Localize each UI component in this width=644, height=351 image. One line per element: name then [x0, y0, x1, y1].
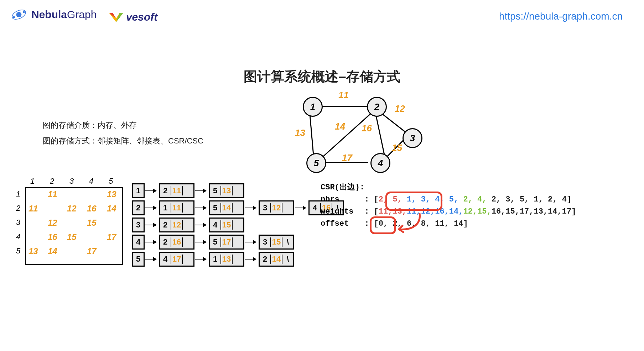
adj-list-vertex: 2 [132, 200, 145, 215]
adj-list-cell: 517 [209, 235, 244, 250]
adj-list-cell: 514 [209, 200, 244, 215]
arrow-icon [245, 242, 256, 242]
adj-list-neighbor: 2 [160, 186, 171, 195]
adj-list-weight: 11 [171, 203, 183, 213]
adj-list-weight: 12 [271, 203, 282, 213]
adj-list-weight: 11 [171, 186, 183, 195]
adj-list-neighbor: 2 [160, 237, 171, 247]
graph-node: 2 [367, 97, 387, 117]
adj-list-neighbor: 1 [160, 203, 171, 213]
adj-list-neighbor: 4 [160, 255, 171, 264]
adj-list-vertex: 3 [132, 218, 145, 232]
adj-list-weight: 15 [221, 220, 233, 230]
adj-list-neighbor: 3 [260, 237, 271, 247]
arrow-icon [245, 259, 256, 260]
adj-list-cell: 214\ [259, 252, 294, 267]
bullet-line: 图的存储介质：内存、外存 [43, 117, 203, 133]
arrow-icon [145, 190, 156, 191]
adj-list-neighbor: 4 [310, 203, 321, 213]
adj-list-neighbor: 4 [210, 220, 221, 230]
arrow-icon [145, 259, 156, 260]
adj-list-neighbor: 2 [160, 220, 171, 230]
matrix-cell: 15 [87, 218, 97, 228]
adj-list-weight: 17 [221, 237, 233, 247]
bullet-line: 图的存储方式：邻接矩阵、邻接表、CSR/CSC [43, 133, 203, 149]
adj-list-row: 4216517315\ [132, 235, 344, 249]
edge-weight: 15 [392, 142, 402, 153]
adj-list-cell: 111 [159, 200, 194, 215]
edge-weight: 13 [295, 127, 305, 138]
adj-list-weight: 14 [271, 255, 282, 264]
matrix-col-header: 2 [50, 177, 54, 186]
adj-list-neighbor: 5 [210, 203, 221, 213]
arrow-icon [145, 242, 156, 242]
matrix-cell: 16 [87, 204, 97, 214]
csr-weights-line: weights : [11,13,11,12,16,14,12,15,16,15… [321, 206, 576, 218]
graph-node: 4 [370, 153, 390, 173]
nebula-logo: NebulaGraph [11, 6, 97, 23]
matrix-cell: 14 [48, 246, 57, 256]
arrow-icon [145, 225, 156, 225]
matrix-cell: 13 [28, 246, 38, 256]
matrix-col-header: 4 [89, 177, 93, 186]
adj-list-neighbor: 2 [260, 255, 271, 264]
vesoft-wordmark: vesoft [126, 11, 157, 23]
arrow-icon [245, 208, 256, 208]
svg-point-2 [13, 16, 15, 19]
adj-list-cell: 415 [209, 218, 244, 232]
matrix-cell: 12 [67, 204, 77, 214]
matrix-cell: 15 [67, 232, 77, 242]
adj-list-row: 5417113214\ [132, 252, 344, 266]
edge-weight: 16 [362, 123, 372, 134]
edge-weight: 12 [395, 103, 405, 114]
matrix-row-header: 5 [16, 246, 20, 256]
adj-list-cell: 513 [209, 183, 244, 198]
adj-list-vertex: 5 [132, 252, 145, 267]
arrow-icon [195, 225, 206, 225]
matrix-col-header: 5 [109, 177, 113, 186]
arrow-icon [195, 208, 206, 208]
adj-list-vertex: 4 [132, 235, 145, 250]
csr-offset-line: offset : [0, 2, 6, 8, 11, 14] [321, 218, 576, 230]
matrix-cell: 17 [107, 232, 116, 242]
matrix-row-header: 1 [16, 189, 20, 199]
csr-heading: CSR(出边): [321, 182, 576, 194]
matrix-cell: 11 [28, 204, 38, 214]
adj-list-row: 1211513 [132, 184, 344, 198]
edge-weight: 14 [335, 121, 345, 132]
graph-node: 5 [306, 153, 326, 173]
matrix-row-header: 2 [16, 204, 20, 213]
adj-list-cell: 113 [209, 252, 244, 267]
graph-diagram: 1 2 3 4 5 11 12 13 14 15 16 17 [296, 93, 438, 174]
adj-list-row: 3212415 [132, 218, 344, 232]
arrow-icon [295, 208, 306, 208]
matrix-cell: 16 [48, 232, 57, 242]
adj-list-cell: 315\ [259, 235, 294, 250]
website-url[interactable]: https://nebula-graph.com.cn [499, 11, 623, 22]
arrow-icon [145, 208, 156, 208]
nebula-icon [11, 6, 27, 23]
arrow-icon [195, 190, 206, 191]
nebula-wordmark: NebulaGraph [31, 9, 97, 21]
adj-list-vertex: 1 [132, 183, 145, 198]
adj-list-row: 2111514312416\ [132, 201, 344, 215]
adj-list-pointer: \ [282, 237, 293, 247]
csr-nbrs-line: nbrs : [2, 5, 1, 3, 4, 5, 2, 4, 2, 3, 5,… [321, 194, 576, 206]
adj-list-cell: 312 [259, 200, 294, 215]
adj-list-cell: 211 [159, 183, 194, 198]
adjacency-matrix: 1 2 3 4 5 1 2 3 4 5 11 13 11 12 16 14 12… [11, 178, 121, 263]
matrix-row-header: 3 [16, 218, 20, 227]
matrix-cell: 17 [87, 246, 97, 256]
graph-node: 1 [303, 97, 323, 117]
adj-list-pointer: \ [282, 255, 293, 264]
header: NebulaGraph vesoft https://nebula-graph.… [11, 6, 633, 28]
matrix-cell: 12 [48, 218, 57, 228]
matrix-row-header: 4 [16, 232, 20, 241]
adj-list-neighbor: 1 [210, 255, 221, 264]
matrix-col-header: 1 [30, 177, 35, 186]
edge-weight: 17 [342, 152, 352, 163]
adj-list-cell: 417 [159, 252, 194, 267]
adj-list-weight: 12 [171, 220, 183, 230]
adj-list-weight: 13 [221, 255, 233, 264]
adjacency-list: 12115132111514312416\32124154216517315\5… [132, 184, 344, 269]
